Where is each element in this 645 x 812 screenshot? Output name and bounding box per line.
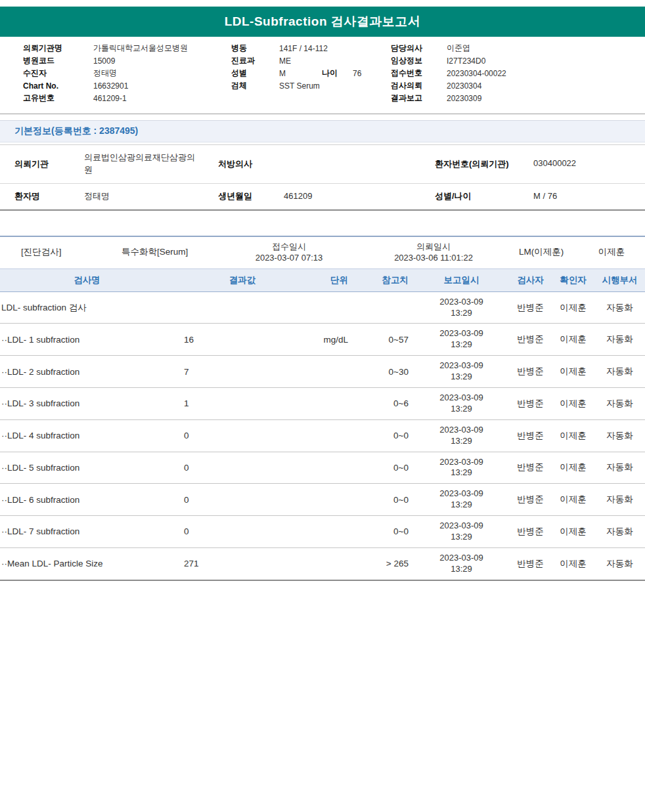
reference-range-cell: 0~57 [351, 335, 414, 345]
result-value-cell: 16 [174, 335, 259, 345]
verifier-cell: 이제훈 [552, 526, 594, 538]
field-label: 검체 [231, 80, 279, 91]
field-value: 15009 [93, 56, 115, 66]
info-row: 수진자정태명 [23, 67, 188, 79]
field-value: 16632901 [93, 81, 128, 91]
info-row: 접수번호20230304-00022 [391, 67, 506, 79]
field-label: 성별 [231, 68, 279, 79]
report-datetime-cell: 2023-03-09 13:29 [414, 360, 509, 383]
result-value-cell: 271 [174, 559, 259, 568]
result-table-body: LDL- subfraction 검사 2023-03-09 13:29 반병준… [0, 292, 645, 581]
test-name-cell: ··LDL- 1 subfraction [0, 335, 174, 345]
request-value: 2023-03-06 11:01:22 [394, 253, 473, 263]
signer-name: 이제훈 [578, 246, 645, 258]
request-datetime: 의뢰일시 2023-03-06 11:01:22 [358, 241, 509, 264]
column-header-result: 결과값 [174, 274, 259, 286]
field-value: 461209-1 [93, 94, 127, 103]
field-value: I27T234D0 [447, 56, 485, 66]
test-category: [진단검사] [0, 246, 99, 258]
test-name-cell: ··LDL- 4 subfraction [0, 431, 174, 440]
field-value: 20230304-00022 [447, 69, 506, 78]
report-time: 13:29 [451, 404, 472, 414]
report-date: 2023-03-09 [439, 488, 483, 498]
tester-cell: 반병준 [509, 366, 552, 377]
report-date: 2023-03-09 [439, 328, 483, 338]
department-cell: 자동화 [594, 461, 645, 473]
report-date: 2023-03-09 [439, 393, 483, 402]
report-time: 13:29 [451, 308, 472, 318]
column-header-department: 시행부서 [594, 274, 645, 286]
report-datetime-cell: 2023-03-09 13:29 [414, 488, 509, 511]
report-page: LDL-Subfraction 검사결과보고서 의뢰기관명가톨릭대학교서울성모병… [0, 7, 645, 812]
report-date: 2023-03-09 [439, 553, 483, 563]
test-name-cell: ··LDL- 7 subfraction [0, 526, 174, 536]
test-name-cell: ··LDL- 5 subfraction [0, 463, 174, 473]
result-table-row: LDL- subfraction 검사 2023-03-09 13:29 반병준… [0, 292, 645, 324]
reference-range-cell: > 265 [351, 559, 414, 568]
department-cell: 자동화 [594, 333, 645, 345]
field-label: 결과보고 [391, 93, 447, 104]
report-title-bar: LDL-Subfraction 검사결과보고서 [0, 7, 645, 37]
verifier-cell: 이제훈 [552, 461, 594, 473]
reference-range-cell: 0~6 [351, 398, 414, 408]
field-label: 고유번호 [23, 93, 93, 104]
field-label: 환자번호(의뢰기관) [435, 158, 533, 170]
result-table-row: ··LDL- 6 subfraction 0 0~0 2023-03-09 13… [0, 484, 645, 516]
doctor-info-column: 담당의사이준엽 임상정보I27T234D0 접수번호20230304-00022… [391, 42, 506, 104]
field-value: ME [279, 56, 291, 66]
report-datetime-cell: 2023-03-09 13:29 [414, 393, 509, 415]
field-label: 환자명 [14, 190, 84, 202]
result-table-row: ··LDL- 1 subfraction 16 mg/dL 0~57 2023-… [0, 324, 645, 356]
field-label: 접수번호 [391, 68, 447, 79]
field-value: 정태명 [93, 68, 117, 79]
reference-range-cell: 0~0 [351, 526, 414, 536]
field-label: 처방의사 [218, 158, 284, 170]
report-datetime-cell: 2023-03-09 13:29 [414, 521, 509, 543]
field-value: 의료법인삼광의료재단삼광의원 [84, 152, 218, 177]
report-time: 13:29 [451, 564, 472, 574]
receipt-datetime: 접수일시 2023-03-07 07:13 [220, 241, 358, 264]
order-info-header: 의뢰기관명가톨릭대학교서울성모병원 병원코드15009 수진자정태명 Chart… [0, 42, 645, 109]
report-time: 13:29 [451, 467, 472, 477]
info-row: 진료과ME [231, 54, 361, 67]
verifier-cell: 이제훈 [552, 558, 594, 570]
verifier-cell: 이제훈 [552, 494, 594, 505]
field-value: 141F / 14-112 [279, 44, 328, 53]
tester-cell: 반병준 [509, 526, 552, 538]
verifier-cell: 이제훈 [552, 302, 594, 314]
info-row: 검체SST Serum [231, 79, 361, 92]
result-table-row: ··Mean LDL- Particle Size 271 > 265 2023… [0, 548, 645, 580]
field-value: 이준엽 [447, 43, 470, 54]
department-cell: 자동화 [594, 526, 645, 538]
basic-info-table: 의뢰기관 의료법인삼광의료재단삼광의원 처방의사 환자번호(의뢰기관) 0304… [0, 144, 645, 211]
info-row: 검사의뢰20230304 [391, 79, 506, 92]
verifier-cell: 이제훈 [552, 333, 594, 345]
field-label: 의뢰기관명 [23, 43, 93, 54]
field-value: 가톨릭대학교서울성모병원 [93, 43, 188, 54]
reference-range-cell: 0~30 [351, 367, 414, 377]
info-row: 의뢰기관명가톨릭대학교서울성모병원 [23, 42, 188, 54]
tester-cell: 반병준 [509, 558, 552, 570]
field-label: 임상정보 [391, 55, 447, 66]
field-label: 병동 [231, 43, 279, 54]
verifier-cell: 이제훈 [552, 430, 594, 442]
field-value: 20230304 [447, 81, 481, 91]
field-label: 담당의사 [391, 43, 447, 54]
result-table-row: ··LDL- 3 subfraction 1 0~6 2023-03-09 13… [0, 388, 645, 420]
unit-cell: mg/dL [259, 335, 351, 345]
field-value: 정태명 [84, 190, 218, 203]
column-header-report-time: 보고일시 [414, 274, 509, 286]
ward-info-column: 병동141F / 14-112 진료과ME 성별 M 나이 76 검체SST S… [231, 42, 361, 92]
info-row: 담당의사이준엽 [391, 42, 506, 54]
report-date: 2023-03-09 [439, 521, 483, 530]
reference-range-cell: 0~0 [351, 431, 414, 440]
field-label: Chart No. [23, 81, 93, 91]
department-cell: 자동화 [594, 494, 645, 505]
basic-info-row: 환자명 정태명 생년월일 461209 성별/나이 M / 76 [0, 184, 645, 209]
info-row: 결과보고20230309 [391, 92, 506, 104]
info-row: Chart No.16632901 [23, 79, 188, 92]
report-time: 13:29 [451, 372, 472, 381]
basic-info-section-header: 기본정보(등록번호 : 2387495) [0, 120, 645, 142]
field-label: 나이 [322, 68, 353, 79]
info-row: 임상정보I27T234D0 [391, 54, 506, 67]
